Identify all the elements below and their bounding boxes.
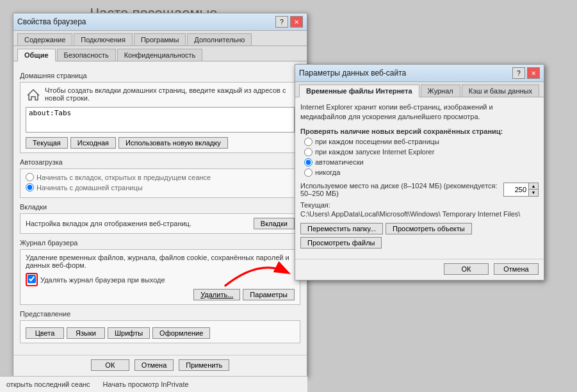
homepage-description-text: Чтобы создать вкладки домашних страниц, … [45, 86, 295, 102]
path-buttons: Переместить папку... Просмотреть объекты… [300, 223, 539, 249]
main-dialog-title: Свойства браузера [17, 17, 86, 26]
secondary-dialog-title: Параметры данных веб-сайта [299, 69, 406, 78]
secondary-cancel-button[interactable]: Отмена [494, 263, 539, 275]
homepage-section: Чтобы создать вкладки домашних страниц, … [20, 82, 300, 153]
main-dialog-close-button[interactable]: ✕ [290, 16, 303, 28]
disk-space-input[interactable] [504, 183, 528, 196]
repr-buttons: Цвета Языки Шрифты Оформление [26, 327, 295, 339]
journal-checkbox-row: Удалять журнал браузера при выходе [26, 273, 295, 286]
main-dialog-tab-bar-top: Содержание Подключения Программы Дополни… [13, 31, 307, 46]
tabs-section-label: Вкладки [20, 203, 300, 211]
house-icon [26, 88, 41, 103]
journal-checkbox-label: Удалять журнал браузера при выходе [40, 276, 165, 284]
autoload-option-1: Начинать с вкладок, открытых в предыдуще… [26, 173, 295, 181]
tabs-description: Настройка вкладок для отображения веб-ст… [26, 220, 191, 227]
check-label-2: при каждом запуске Internet Explorer [315, 148, 434, 156]
journal-delete-button[interactable]: Удалить... [193, 289, 240, 300]
repr-design-button[interactable]: Оформление [152, 327, 210, 339]
tabs-button[interactable]: Вкладки [254, 218, 295, 229]
view-files-button[interactable]: Просмотреть файлы [300, 237, 382, 249]
temp-files-description: Internet Explorer хранит копии веб-стран… [300, 102, 539, 122]
repr-section-label: Представление [20, 310, 300, 318]
main-apply-button[interactable]: Применить [179, 359, 229, 371]
repr-fonts-button[interactable]: Шрифты [108, 327, 150, 339]
journal-section-label: Журнал браузера [20, 239, 300, 247]
spinner-arrows: ▲ ▼ [528, 183, 538, 196]
journal-section: Удаление временных файлов, журнала, файл… [20, 249, 300, 305]
autoload-radio-1[interactable] [26, 173, 34, 181]
journal-description: Удаление временных файлов, журнала, файл… [26, 254, 295, 269]
autoload-section: Начинать с вкладок, открытых в предыдуще… [20, 168, 300, 198]
main-dialog-help-button[interactable]: ? [275, 16, 288, 28]
check-option-1: при каждом посещении веб-страницы [300, 138, 539, 146]
tab-cache[interactable]: Кэш и базы данных [462, 85, 539, 97]
repr-languages-button[interactable]: Языки [67, 327, 105, 339]
tab-journal[interactable]: Журнал [421, 85, 460, 97]
homepage-desc: Чтобы создать вкладки домашних страниц, … [26, 86, 295, 103]
check-label-3: автоматически [315, 158, 364, 166]
current-path: C:\Users\ AppData\Local\Microsoft\Window… [300, 210, 539, 218]
tab-temp-files[interactable]: Временные файлы Интернета [299, 85, 419, 97]
journal-checkbox[interactable] [28, 275, 36, 283]
spinner-up-button[interactable]: ▲ [529, 183, 538, 190]
homepage-buttons: Текущая Исходная Использовать новую вкла… [26, 137, 295, 149]
main-dialog-body: Домашняя страница Чтобы создать вкладки … [13, 61, 307, 355]
check-radio-1[interactable] [304, 138, 313, 146]
main-dialog: Свойства браузера ? ✕ Содержание Подключ… [13, 13, 307, 377]
bottom-link-1[interactable]: открыть последний сеанс [6, 380, 90, 388]
spinner-down-button[interactable]: ▼ [529, 190, 538, 196]
disk-space-row: Используемое место на диске (8–1024 МБ) … [300, 182, 539, 197]
secondary-dialog: Параметры данных веб-сайта ? ✕ Временные… [295, 64, 544, 281]
view-objects-button[interactable]: Просмотреть объекты [386, 223, 472, 234]
secondary-dialog-titlebar: Параметры данных веб-сайта ? ✕ [295, 65, 544, 82]
check-radio-4[interactable] [304, 168, 313, 177]
check-section-title: Проверять наличие новых версий сохранённ… [300, 127, 539, 135]
secondary-dialog-tab-bar: Временные файлы Интернета Журнал Кэш и б… [295, 82, 544, 97]
check-label-4: никогда [315, 168, 340, 176]
check-radio-2[interactable] [304, 148, 313, 156]
tab-programs[interactable]: Программы [134, 33, 186, 45]
secondary-ok-button[interactable]: ОК [444, 263, 489, 275]
secondary-dialog-close-button[interactable]: ✕ [527, 67, 540, 79]
secondary-dialog-body: Internet Explorer хранит копии веб-стран… [295, 97, 544, 259]
check-radio-3[interactable] [304, 158, 313, 167]
journal-params-button[interactable]: Параметры [243, 289, 295, 300]
main-dialog-titlebar: Свойства браузера ? ✕ [13, 13, 307, 31]
repr-colors-button[interactable]: Цвета [26, 327, 64, 339]
secondary-dialog-help-button[interactable]: ? [512, 67, 525, 79]
homepage-current-button[interactable]: Текущая [26, 137, 68, 149]
check-option-4: никогда [300, 168, 539, 177]
autoload-label-1: Начинать с вкладок, открытых в предыдуще… [37, 174, 211, 181]
check-label-1: при каждом посещении веб-страницы [315, 138, 439, 145]
main-dialog-tab-bar-bottom: Общие Безопасность Конфиденциальность [13, 46, 307, 61]
bottom-link-2[interactable]: Начать просмотр InPrivate [103, 380, 189, 388]
journal-buttons: Удалить... Параметры [26, 289, 295, 300]
secondary-dialog-footer: ОК Отмена [295, 259, 544, 280]
tab-general[interactable]: Общие [17, 49, 56, 61]
tab-connections[interactable]: Подключения [74, 33, 133, 45]
tab-advanced[interactable]: Дополнительно [187, 33, 252, 45]
homepage-newtab-button[interactable]: Использовать новую вкладку [118, 137, 228, 149]
homepage-default-button[interactable]: Исходная [70, 137, 116, 149]
check-option-3: автоматически [300, 158, 539, 167]
homepage-url-input[interactable] [26, 107, 295, 133]
autoload-section-label: Автозагрузка [20, 158, 300, 166]
tab-privacy[interactable]: Конфиденциальность [117, 49, 203, 61]
main-ok-button[interactable]: ОК [91, 359, 129, 371]
checkbox-highlight [26, 273, 38, 286]
repr-section: Цвета Языки Шрифты Оформление [20, 320, 300, 343]
autoload-label-2: Начинать с домашней страницы [37, 184, 143, 192]
check-option-2: при каждом запуске Internet Explorer [300, 148, 539, 156]
homepage-section-label: Домашняя страница [20, 72, 300, 79]
bottom-bar: открыть последний сеанс Начать просмотр … [0, 376, 307, 392]
disk-space-label: Используемое место на диске (8–1024 МБ) … [300, 182, 500, 197]
secondary-dialog-titlebar-buttons: ? ✕ [512, 67, 540, 79]
disk-space-spinner: ▲ ▼ [503, 183, 539, 197]
main-cancel-button[interactable]: Отмена [134, 359, 174, 371]
main-dialog-footer: ОК Отмена Применить [13, 355, 307, 376]
tab-security[interactable]: Безопасность [57, 49, 116, 61]
tab-contents[interactable]: Содержание [17, 33, 72, 45]
autoload-radio-2[interactable] [26, 183, 34, 192]
main-dialog-titlebar-buttons: ? ✕ [275, 16, 303, 28]
move-folder-button[interactable]: Переместить папку... [300, 223, 383, 234]
